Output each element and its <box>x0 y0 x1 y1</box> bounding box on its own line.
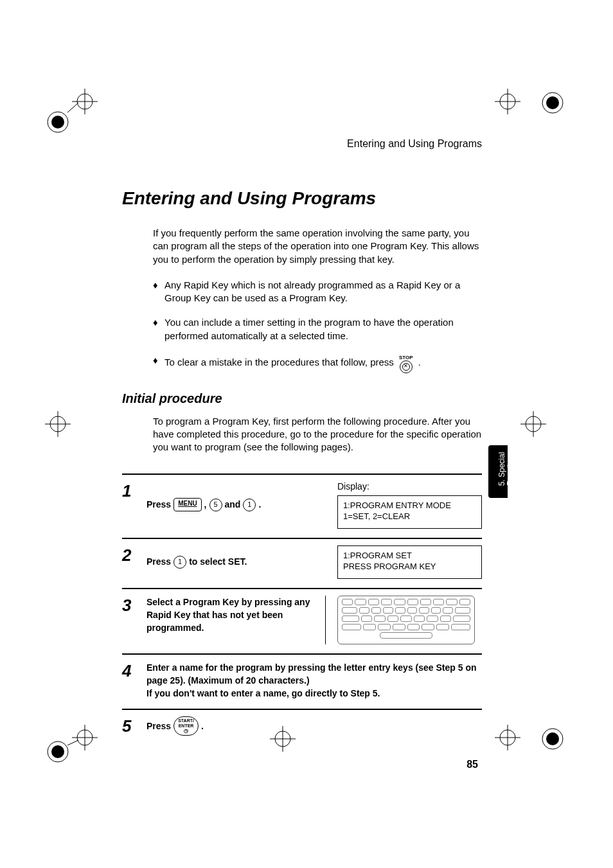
start-enter-key-icon: START/ ENTER ◷ <box>173 716 199 735</box>
step-instruction: Select a Program Key by pressing any Rap… <box>147 596 326 644</box>
key-1-icon: 1 <box>173 556 186 569</box>
registration-mark <box>39 405 77 443</box>
text-and: and <box>225 498 241 511</box>
step-text-line: If you don't want to enter a name, go di… <box>147 687 482 700</box>
step-number: 5 <box>122 716 147 734</box>
text-comma: , <box>204 498 207 511</box>
step-instruction: Press MENU , 5 and 1 . <box>147 481 326 529</box>
svg-point-10 <box>546 96 559 109</box>
step: 1 Press MENU , 5 and 1 . Display: 1:PROG… <box>122 474 482 538</box>
text-press: Press <box>147 498 171 511</box>
bullet-text: You can include a timer setting in the p… <box>164 316 482 342</box>
step-number: 4 <box>122 661 147 679</box>
section-tab-line2: Functions <box>506 452 515 486</box>
display-line: 1=SET, 2=CLEAR <box>343 511 476 522</box>
section-tab: 5. Special Functions <box>488 445 508 498</box>
display-line: 1:PROGRAM ENTRY MODE <box>343 500 476 511</box>
bullet-text: Any Rapid Key which is not already progr… <box>164 279 482 305</box>
bullet-item: ♦ To clear a mistake in the procedures t… <box>153 354 482 372</box>
registration-mark <box>514 405 553 443</box>
stop-label: STOP <box>399 355 413 360</box>
svg-line-5 <box>67 103 78 112</box>
display-box: 1:PROGRAM SET PRESS PROGRAM KEY <box>337 545 482 579</box>
registration-mark <box>39 713 109 784</box>
stop-button-icon: STOP ✕ <box>399 355 413 373</box>
key-1-icon: 1 <box>243 499 256 511</box>
svg-point-1 <box>51 116 64 128</box>
registration-mark <box>482 71 578 141</box>
menu-key-icon: MENU <box>173 498 201 511</box>
svg-point-31 <box>546 732 559 745</box>
step-text-line: Enter a name for the program by pressing… <box>147 661 482 687</box>
section-tab-line1: 5. Special <box>497 452 506 486</box>
text-dot: . <box>201 720 204 732</box>
steps-list: 1 Press MENU , 5 and 1 . Display: 1:PROG… <box>122 474 482 745</box>
registration-mark <box>39 71 109 141</box>
text-press: Press <box>147 555 171 568</box>
bullet-item: ♦ You can include a timer setting in the… <box>153 316 482 342</box>
step-number: 2 <box>122 545 147 563</box>
text-rest: to select SET. <box>189 555 247 568</box>
bullet-post: . <box>418 357 421 368</box>
step-instruction: Enter a name for the program by pressing… <box>147 661 482 700</box>
section-intro: To program a Program Key, first perform … <box>153 415 482 454</box>
registration-mark <box>482 713 578 784</box>
step-instruction: Press START/ ENTER ◷ . <box>147 716 482 735</box>
step-number: 1 <box>122 481 147 499</box>
display-label: Display: <box>337 481 482 492</box>
display-box: 1:PROGRAM ENTRY MODE 1=SET, 2=CLEAR <box>337 495 482 529</box>
bullet-text: To clear a mistake in the procedures tha… <box>164 354 482 372</box>
diamond-icon: ♦ <box>153 279 164 305</box>
section-title: Initial procedure <box>122 391 482 406</box>
bullet-item: ♦ Any Rapid Key which is not already pro… <box>153 279 482 305</box>
intro-paragraph: If you frequently perform the same opera… <box>153 227 482 266</box>
step: 5 Press START/ ENTER ◷ . <box>122 709 482 744</box>
text-dot: . <box>258 498 261 511</box>
step: 2 Press 1 to select SET. 1:PROGRAM SET P… <box>122 538 482 588</box>
svg-point-19 <box>51 745 64 758</box>
display-line: PRESS PROGRAM KEY <box>343 561 476 572</box>
key-5-icon: 5 <box>209 499 222 511</box>
page-title: Entering and Using Programs <box>122 188 482 209</box>
svg-line-23 <box>67 740 78 745</box>
step-instruction: Press 1 to select SET. <box>147 545 326 579</box>
page-number: 85 <box>466 759 478 770</box>
step: 4 Enter a name for the program by pressi… <box>122 653 482 709</box>
step-number: 3 <box>122 596 147 614</box>
diamond-icon: ♦ <box>153 354 164 372</box>
keypad-icon <box>337 596 475 644</box>
display-line: 1:PROGRAM SET <box>343 550 476 562</box>
diamond-icon: ♦ <box>153 316 164 342</box>
step: 3 Select a Program Key by pressing any R… <box>122 588 482 653</box>
text-press: Press <box>147 720 171 732</box>
bullet-pre: To clear a mistake in the procedures tha… <box>164 357 394 368</box>
running-head: Entering and Using Programs <box>122 138 482 150</box>
